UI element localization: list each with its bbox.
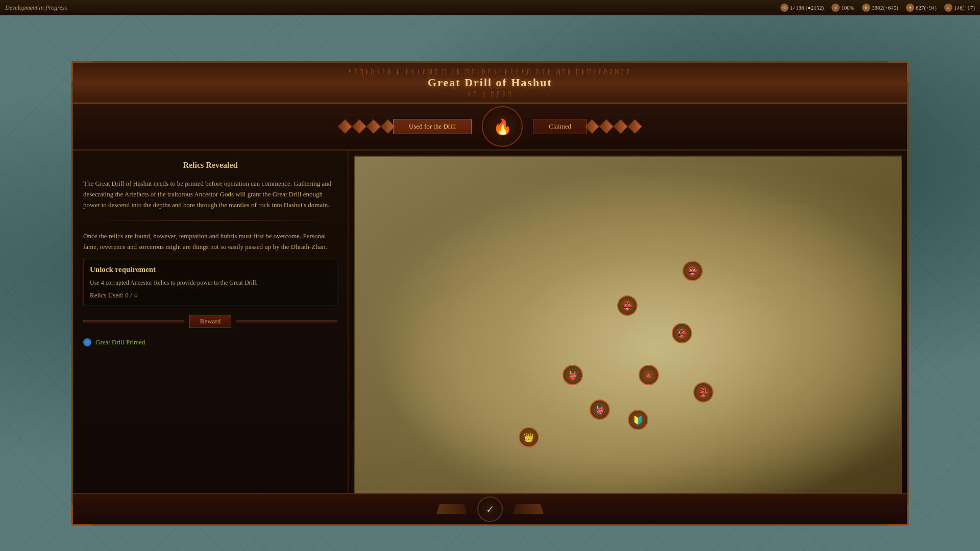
- separator-1: [83, 220, 337, 221]
- right-panel: 👹 👺 👺 👺 👹 🔰 👺 👑 🔺: [349, 151, 907, 510]
- section-title: Relics Revealed: [83, 161, 337, 170]
- reward-section: Reward: [83, 315, 337, 328]
- diamond-7: [614, 119, 628, 134]
- ore-icon: ⚒: [862, 4, 870, 12]
- dialog-bottom: ✓: [73, 493, 907, 524]
- dev-label: Development in Progress: [5, 4, 67, 12]
- runes-top: ᛋᛏᛖᚦᚢᚾᚨᚱ ᚦ ᚩᚾᛁᚩᛞᛖ ᛖ ᛁᛒ ᛖᛚᛁᚢᚨᚾᚩᚦᚩᚩᛋᛖ ᚢᛚᚱ …: [83, 68, 897, 76]
- pct-value: 100%: [841, 5, 854, 11]
- diamond-8: [628, 119, 642, 134]
- diamond-3: [366, 119, 381, 134]
- tab-section-right: Claimed: [533, 119, 587, 134]
- bottom-bracket-right: [513, 504, 544, 514]
- resource-gold: ⚙ 14186 (●2152): [780, 4, 824, 12]
- resource-pct: ♦ 100%: [831, 4, 854, 12]
- food-value: 627(+94): [916, 5, 937, 11]
- map-icon-5: 👹: [590, 399, 610, 420]
- resource-food: 🗡 627(+94): [906, 4, 937, 12]
- gold-icon: ⚙: [780, 4, 789, 12]
- description-2: Once the relics are found, however, temp…: [83, 231, 337, 253]
- food-icon: 🗡: [906, 4, 914, 12]
- reward-item-label: Great Drill Primed: [95, 338, 145, 346]
- reward-button[interactable]: Reward: [189, 315, 231, 328]
- reward-bar-left: [83, 320, 184, 322]
- map-icon-3: 👺: [672, 323, 692, 343]
- reward-item: Great Drill Primed: [83, 338, 337, 346]
- map-icon-2: 👺: [617, 295, 638, 316]
- map-icon-4: 👺: [682, 261, 703, 281]
- hud-bar: Development in Progress ⚙ 14186 (●2152) …: [0, 0, 980, 15]
- tab-section-left: Used for the Drill: [393, 119, 472, 134]
- resource-ore: ⚒ 3802(+645): [862, 4, 898, 12]
- ore-value: 3802(+645): [872, 5, 898, 11]
- map-terrain: [355, 157, 901, 504]
- left-diamonds: [340, 121, 393, 132]
- description-1: The Great Drill of Hashut needs to be pr…: [83, 179, 337, 210]
- map-icon-1: 👹: [562, 365, 583, 385]
- tab-claimed[interactable]: Claimed: [533, 119, 587, 134]
- diamond-5: [585, 119, 599, 134]
- unlock-req-title: Unlock requirement: [90, 265, 331, 274]
- corner-deco-bl: [71, 505, 92, 525]
- reward-item-icon: [83, 338, 91, 346]
- unlock-requirement-box: Unlock requirement Use 4 corrupted Ances…: [83, 259, 337, 306]
- gold-value: 14186 (●2152): [790, 5, 824, 11]
- map-container: 👹 👺 👺 👺 👹 🔰 👺 👑 🔺: [354, 156, 902, 505]
- resource-fuel: ⚔ 146(+17): [944, 4, 975, 12]
- runes-bottom: ᚾᚩ ᚱ ᛖᚩᛒᛖ: [83, 90, 897, 98]
- daemon-head-icon: [482, 106, 523, 147]
- tab-used-for-drill[interactable]: Used for the Drill: [393, 119, 472, 134]
- diamond-2: [352, 119, 366, 134]
- left-panel: Relics Revealed The Great Drill of Hashu…: [73, 151, 349, 510]
- tabs-area: Used for the Drill Claimed: [73, 104, 907, 151]
- fuel-value: 146(+17): [954, 5, 975, 11]
- right-diamonds: [587, 121, 640, 132]
- main-dialog: ᛋᛏᛖᚦᚢᚾᚨᚱ ᚦ ᚩᚾᛁᚩᛞᛖ ᛖ ᛁᛒ ᛖᛚᛁᚢᚨᚾᚩᚦᚩᚩᛋᛖ ᚢᛚᚱ …: [71, 61, 909, 525]
- hud-resources: ⚙ 14186 (●2152) ♦ 100% ⚒ 3802(+645) 🗡 62…: [780, 4, 975, 12]
- confirm-button[interactable]: ✓: [477, 496, 503, 522]
- pct-icon: ♦: [831, 4, 840, 12]
- diamond-6: [599, 119, 614, 134]
- reward-bar-right: [236, 320, 337, 322]
- unlock-req-text: Use 4 corrupted Ancestor Relics to provi…: [90, 278, 331, 287]
- content-area: Relics Revealed The Great Drill of Hashu…: [73, 151, 907, 510]
- bottom-bracket-left: [436, 504, 467, 514]
- dialog-header: ᛋᛏᛖᚦᚢᚾᚨᚱ ᚦ ᚩᚾᛁᚩᛞᛖ ᛖ ᛁᛒ ᛖᛚᛁᚢᚨᚾᚩᚦᚩᚩᛋᛖ ᚢᛚᚱ …: [73, 63, 907, 104]
- corner-deco-br: [888, 505, 909, 525]
- fuel-icon: ⚔: [944, 4, 952, 12]
- diamond-1: [338, 119, 352, 134]
- relics-count: Relics Used: 0 / 4: [90, 291, 331, 299]
- dialog-title: Great Drill of Hashut: [83, 76, 897, 89]
